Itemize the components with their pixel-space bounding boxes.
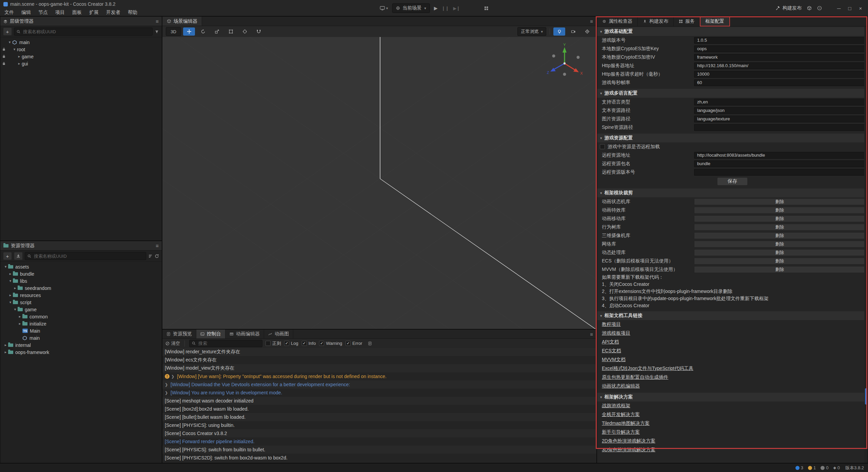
pause-button[interactable]: ❙❙: [442, 6, 449, 11]
move-tool-button[interactable]: [183, 27, 195, 36]
delete-button[interactable]: 删除: [694, 258, 865, 264]
build-publish-button[interactable]: 构建发布: [775, 5, 802, 11]
field-input[interactable]: language/json: [694, 107, 865, 114]
step-button[interactable]: ▶❙: [453, 6, 460, 11]
console-search-field[interactable]: [198, 340, 260, 346]
panel-menu-icon[interactable]: ≡: [156, 243, 159, 249]
field-input[interactable]: bundle: [694, 160, 865, 167]
section-header[interactable]: ▾框架文档工具链接: [597, 311, 868, 320]
doc-link[interactable]: 游戏模板项目: [602, 330, 630, 336]
menu-2[interactable]: 节点: [35, 8, 52, 16]
preview-device-button[interactable]: ▾: [380, 6, 388, 11]
tree-item-oops-framework[interactable]: ▸oops-framework: [0, 349, 162, 356]
checkbox-checked-icon[interactable]: ✓: [302, 341, 307, 346]
console-search-input[interactable]: [189, 340, 262, 347]
close-button[interactable]: ×: [855, 3, 866, 13]
field-input[interactable]: [694, 124, 865, 131]
pivot-tool-button[interactable]: [239, 27, 251, 36]
menu-1[interactable]: 编辑: [18, 8, 35, 16]
field-input[interactable]: oops: [694, 45, 865, 52]
delete-button[interactable]: 删除: [694, 207, 865, 214]
doc-link[interactable]: 动画状态机编辑器: [602, 383, 640, 389]
menu-0[interactable]: 文件: [1, 8, 18, 16]
panel-menu-icon[interactable]: ≡: [156, 18, 159, 24]
section-header[interactable]: ▾框架解决方案: [597, 393, 868, 401]
filter-icon[interactable]: [155, 29, 159, 34]
inspector-tab-1[interactable]: 构建发布: [638, 17, 674, 26]
menu-7[interactable]: 帮助: [124, 8, 141, 16]
field-input[interactable]: language/texture: [694, 116, 865, 122]
doc-link[interactable]: 2D角色扮演游戏解决方案: [602, 438, 655, 444]
section-header[interactable]: ▾框架模块裁剪: [597, 189, 868, 197]
sort-icon[interactable]: [148, 254, 153, 258]
console-tab-1[interactable]: 控制台: [196, 330, 225, 338]
tree-item-assets[interactable]: ▾assets: [0, 263, 162, 270]
expand-chevron-icon[interactable]: ❯: [171, 374, 175, 379]
scrollbar-track[interactable]: [864, 26, 868, 463]
snap-tool-button[interactable]: [253, 27, 264, 36]
caret-closed-icon[interactable]: ▸: [3, 350, 8, 354]
tree-item-Main[interactable]: TSMain: [0, 327, 162, 334]
console-tab-3[interactable]: 动画图: [264, 330, 293, 338]
checkbox-row[interactable]: 游戏中资源是否远程加载: [597, 142, 868, 151]
caret-closed-icon[interactable]: ▸: [8, 293, 13, 297]
caret-open-icon[interactable]: ▾: [7, 40, 12, 44]
checkbox-checked-icon[interactable]: ✓: [284, 341, 289, 346]
delete-button[interactable]: 删除: [694, 215, 865, 222]
checkbox-unchecked-icon[interactable]: [600, 144, 605, 149]
doc-link[interactable]: Tiledmap地图解决方案: [602, 420, 650, 427]
doc-link[interactable]: 教程项目: [602, 321, 621, 328]
axis-gizmo[interactable]: Y X Z: [544, 43, 585, 84]
filter-error[interactable]: ✓Error: [346, 341, 362, 346]
doc-link[interactable]: API文档: [602, 339, 619, 345]
expand-chevron-icon[interactable]: ❯: [165, 391, 169, 395]
export-log-icon[interactable]: [368, 341, 372, 346]
scene-viewport[interactable]: Y X Z: [162, 37, 596, 329]
tree-item-seedrandom[interactable]: ▸seedrandom: [0, 284, 162, 292]
menu-4[interactable]: 面板: [68, 8, 85, 16]
tree-item-root[interactable]: ▾root: [0, 46, 162, 53]
doc-link[interactable]: 战旗游戏框架: [602, 403, 630, 409]
assets-search-field[interactable]: [33, 253, 143, 259]
caret-open-icon[interactable]: ▾: [8, 279, 13, 283]
caret-closed-icon[interactable]: ▸: [17, 321, 22, 326]
hierarchy-search-field[interactable]: [22, 29, 150, 35]
doc-link[interactable]: ECS文档: [602, 348, 621, 354]
inspector-tab-3[interactable]: 框架配置: [700, 17, 730, 26]
create-asset-button[interactable]: +: [3, 252, 12, 260]
field-input[interactable]: framework: [694, 54, 865, 61]
tree-item-gui[interactable]: ▸gui: [0, 60, 162, 67]
log-row[interactable]: ❯[Window] You are running Vue in develop…: [162, 389, 596, 397]
inspector-tab-2[interactable]: 服务: [674, 17, 700, 26]
view-mode-dropdown[interactable]: 正常浏览 ▾: [517, 27, 546, 36]
save-button[interactable]: 保存: [717, 177, 748, 185]
filter-warning[interactable]: ✓Warning: [319, 341, 342, 346]
tree-item-game[interactable]: ▾game: [0, 306, 162, 313]
log-row[interactable]: !❯[Window] [Vue warn]: Property "onInput…: [162, 372, 596, 380]
caret-open-icon[interactable]: ▾: [12, 47, 17, 52]
hierarchy-search-input[interactable]: [14, 27, 153, 36]
caret-open-icon[interactable]: ▾: [13, 307, 18, 312]
tree-item-main[interactable]: ▾main: [0, 39, 162, 46]
tab-scene-editor[interactable]: 场景编辑器: [162, 17, 202, 26]
delete-button[interactable]: 删除: [694, 241, 865, 248]
tree-item-libs[interactable]: ▾libs: [0, 277, 162, 284]
scale-tool-button[interactable]: [211, 27, 223, 36]
refresh-icon[interactable]: [155, 254, 159, 258]
rect-tool-button[interactable]: [225, 27, 237, 36]
tree-item-resources[interactable]: ▸resources: [0, 292, 162, 299]
caret-open-icon[interactable]: ▾: [8, 300, 13, 304]
info-count[interactable]: 3: [795, 465, 803, 470]
menu-6[interactable]: 开发者: [102, 8, 124, 16]
inspector-tab-0[interactable]: 属性检查器: [597, 17, 638, 26]
checkbox-unchecked-icon[interactable]: [265, 341, 271, 346]
caret-closed-icon[interactable]: ▸: [8, 272, 13, 276]
menu-5[interactable]: 扩展: [85, 8, 102, 16]
caret-open-icon[interactable]: ▾: [3, 264, 8, 269]
caret-closed-icon[interactable]: ▸: [3, 343, 8, 347]
menu-3[interactable]: 项目: [52, 8, 68, 16]
regex-toggle[interactable]: 正则: [265, 340, 281, 347]
error-count[interactable]: 0: [821, 465, 828, 470]
checkbox-checked-icon[interactable]: ✓: [346, 341, 351, 346]
caret-closed-icon[interactable]: ▸: [17, 54, 22, 59]
